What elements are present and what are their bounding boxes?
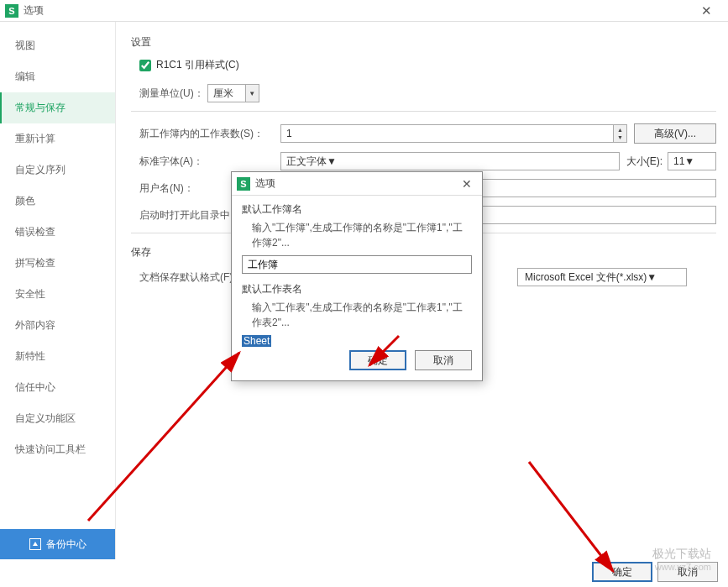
font-value: 正文字体 [286,155,327,169]
chevron-down-icon: ▼ [245,85,259,102]
inner-dialog-titlebar: S 选项 ✕ [232,172,482,196]
sheet-name-input[interactable]: Sheet [242,335,472,347]
inner-dialog-buttons: 确定 取消 [242,350,472,370]
inner-dialog-body: 默认工作簿名 输入"工作簿",生成工作簿的名称是"工作簿1","工作簿2"...… [232,196,482,380]
sheet-name-value: Sheet [242,335,271,347]
advanced-button[interactable]: 高级(V)... [634,123,716,144]
spin-buttons[interactable]: ▲▼ [613,125,626,142]
sheets-row: 新工作簿内的工作表数(S)： 1 ▲▼ 高级(V)... [131,123,716,144]
inner-cancel-button[interactable]: 取消 [415,350,472,370]
backup-center-button[interactable]: 备份中心 [0,529,115,559]
backup-icon [29,538,41,550]
inner-dialog: S 选项 ✕ 默认工作簿名 输入"工作簿",生成工作簿的名称是"工作簿1","工… [231,171,483,381]
sidebar-item-newfeatures[interactable]: 新特性 [0,341,115,372]
close-button[interactable]: ✕ [689,0,723,22]
sidebar-item-spellcheck[interactable]: 拼写检查 [0,248,115,279]
measure-combo[interactable]: 厘米 ▼ [207,84,259,102]
sidebar-item-color[interactable]: 颜色 [0,186,115,217]
saveformat-combo[interactable]: Microsoft Excel 文件(*.xlsx) ▼ [517,268,687,286]
font-combo[interactable]: 正文字体 ▼ [280,152,620,170]
sidebar-item-error-check[interactable]: 错误检查 [0,217,115,248]
r1c1-label: R1C1 引用样式(C) [156,58,239,72]
app-icon: S [5,4,18,18]
app-icon: S [237,177,250,191]
sidebar-item-custom-lists[interactable]: 自定义序列 [0,155,115,186]
sidebar-item-quick-access[interactable]: 快速访问工具栏 [0,434,115,465]
r1c1-checkbox[interactable] [139,60,151,71]
measure-value: 厘米 [213,86,233,101]
titlebar: S 选项 ✕ [0,0,728,22]
settings-section-title: 设置 [131,35,716,50]
sidebar-item-recalc[interactable]: 重新计算 [0,123,115,155]
sidebar-item-edit[interactable]: 编辑 [0,61,115,92]
sheet-name-help: 输入"工作表",生成工作表的名称是"工作表1","工作表2"... [252,300,472,330]
backup-center-label: 备份中心 [46,537,86,552]
workbook-name-label: 默认工作簿名 [242,202,472,217]
size-label: 大小(E): [626,155,663,169]
sidebar-item-view[interactable]: 视图 [0,30,115,61]
sheet-name-label: 默认工作表名 [242,282,472,296]
measure-label: 测量单位(U)： [131,86,204,101]
sidebar-item-security[interactable]: 安全性 [0,279,115,310]
chevron-down-icon: ▼ [327,155,337,167]
main-dialog-buttons: 确定 取消 [592,562,718,582]
sidebar-item-trustcenter[interactable]: 信任中心 [0,372,115,403]
font-row: 标准字体(A)： 正文字体 ▼ 大小(E): 11 ▼ [131,152,716,170]
size-combo[interactable]: 11 ▼ [668,152,716,170]
measure-row: 测量单位(U)： 厘米 ▼ [131,84,716,102]
chevron-down-icon: ▼ [684,155,694,167]
sidebar: 视图 编辑 常规与保存 重新计算 自定义序列 颜色 错误检查 拼写检查 安全性 … [0,22,116,559]
workbook-name-help: 输入"工作簿",生成工作簿的名称是"工作簿1","工作簿2"... [252,220,472,250]
inner-dialog-title: 选项 [255,176,457,191]
size-value: 11 [673,155,684,167]
font-label: 标准字体(A)： [131,155,280,169]
window-title: 选项 [24,3,689,18]
r1c1-row: R1C1 引用样式(C) [131,58,716,72]
workbook-name-input[interactable] [242,255,472,274]
sheets-spinbox[interactable]: 1 ▲▼ [280,124,627,143]
saveformat-value: Microsoft Excel 文件(*.xlsx) [525,270,647,285]
sidebar-item-general-save[interactable]: 常规与保存 [0,92,115,123]
divider [131,111,716,112]
sheets-value: 1 [286,128,292,139]
main-ok-button[interactable]: 确定 [592,562,652,582]
sidebar-item-external[interactable]: 外部内容 [0,310,115,341]
inner-ok-button[interactable]: 确定 [349,350,406,370]
sidebar-item-custom-ribbon[interactable]: 自定义功能区 [0,403,115,434]
main-cancel-button[interactable]: 取消 [657,562,718,582]
chevron-down-icon: ▼ [647,271,657,283]
inner-dialog-close-button[interactable]: ✕ [457,177,477,191]
sheets-label: 新工作簿内的工作表数(S)： [131,127,280,141]
